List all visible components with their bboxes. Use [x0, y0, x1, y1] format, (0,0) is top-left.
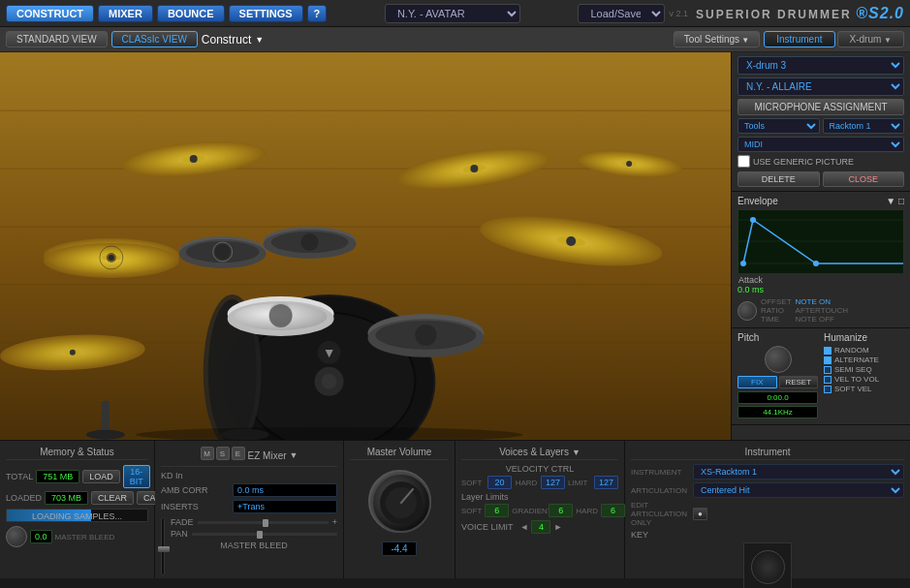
pitch-knob[interactable]: [765, 346, 792, 373]
tools-row: Tools Racktom 1: [737, 118, 904, 134]
alternate-checkbox[interactable]: [824, 356, 832, 364]
gradient-value[interactable]: 6: [549, 504, 573, 517]
load-button[interactable]: LOAD: [82, 470, 120, 483]
veltovol-checkbox[interactable]: [824, 376, 832, 384]
ez-right-controls: FADE + PAN MASTER BLEED: [171, 517, 337, 575]
articulation-select[interactable]: Centered Hit: [693, 482, 904, 498]
random-checkbox[interactable]: [824, 347, 832, 355]
layer-soft-value[interactable]: 6: [485, 504, 509, 517]
construct-button[interactable]: CONSTRUCT: [6, 5, 94, 22]
envelope-collapse[interactable]: ▼ □: [886, 196, 904, 206]
voices-dropdown[interactable]: ▼: [572, 448, 581, 457]
loaded-value: 703 MB: [45, 491, 88, 505]
envelope-note-modes: NOTE ON AFTERTOUCH NOTE OFF: [796, 297, 848, 324]
clear-button[interactable]: CLEAR: [91, 491, 134, 505]
voices-layers-section: Voices & Layers ▼ VELOCITY CTRL SOFT 20 …: [455, 441, 625, 578]
svg-rect-56: [102, 401, 110, 435]
semiseq-option[interactable]: SEMI SEQ: [824, 365, 904, 374]
view-bar: STANDARD VIEW CLASsIc VIEW Construct ▼ T…: [0, 27, 910, 52]
alternate-option[interactable]: ALTERNATE: [824, 356, 904, 364]
softvol-option[interactable]: SOFT VEL: [824, 385, 904, 393]
ez-icon-m[interactable]: M: [201, 447, 214, 460]
random-label: RANDOM: [834, 346, 869, 355]
svg-point-55: [415, 325, 436, 346]
loadsave-select[interactable]: Load/Save: [578, 4, 665, 23]
hard-label: HARD: [515, 479, 538, 487]
pan-slider[interactable]: [192, 533, 337, 536]
fade-slider[interactable]: [198, 521, 329, 524]
ez-icon-s[interactable]: S: [216, 447, 230, 460]
app-logo: SUPERIOR DRUMMER ®S2.0: [696, 5, 904, 22]
bounce-button[interactable]: BOUNCE: [157, 5, 225, 22]
delete-button[interactable]: DELETE: [737, 171, 820, 187]
voice-limit-row: VOICE LIMIT ◄ 4 ►: [461, 520, 618, 534]
layer-soft-label: SOFT: [461, 507, 482, 515]
voice-limit-value[interactable]: 4: [531, 520, 550, 534]
svg-point-24: [626, 161, 632, 167]
fix-button[interactable]: FIX: [737, 376, 777, 388]
ez-fader-thumb[interactable]: [158, 546, 170, 552]
generic-picture-checkbox[interactable]: [737, 155, 750, 168]
master-bleed-knob[interactable]: [6, 526, 27, 547]
mic-assignment-button[interactable]: MICROPHONE ASSIGNMENT: [737, 99, 904, 115]
hard-value[interactable]: 127: [541, 476, 565, 489]
ez-icon-e[interactable]: E: [232, 447, 245, 460]
layer-hard-label: HARD: [576, 507, 598, 515]
loaded-row: LOADED 703 MB CLEAR CACHED: [6, 491, 148, 505]
instrument-select[interactable]: XS-Racktom 1: [693, 464, 904, 480]
tools-select[interactable]: Tools: [737, 118, 820, 134]
midi-select[interactable]: MIDI: [737, 137, 904, 152]
memory-section: Memory & Status TOTAL 751 MB LOAD 16-BIT…: [0, 441, 155, 578]
envelope-knob[interactable]: [737, 301, 757, 321]
preset-allaire-select[interactable]: N.Y. - ALLAIRE: [737, 77, 904, 96]
master-volume-knob[interactable]: [368, 470, 431, 533]
svg-point-57: [86, 430, 125, 440]
ez-icons: M S E: [201, 447, 245, 460]
key-row: KEY: [631, 530, 904, 540]
instrument-tab[interactable]: Instrument: [764, 31, 834, 47]
xdrum-select[interactable]: X-drum 3: [737, 56, 904, 75]
help-button[interactable]: ?: [307, 5, 328, 22]
random-option[interactable]: RANDOM: [824, 346, 904, 355]
soft-value[interactable]: 20: [487, 476, 512, 489]
edit-articulation-button[interactable]: ●: [693, 508, 707, 520]
pan-slider-handle[interactable]: [257, 531, 263, 539]
standard-view-button[interactable]: STANDARD VIEW: [6, 31, 108, 47]
reset-button[interactable]: RESET: [779, 376, 819, 388]
racktom-select[interactable]: Racktom 1: [823, 118, 905, 134]
edit-articulation-row: EDIT ARTICULATION ONLY ●: [631, 501, 904, 527]
mixer-button[interactable]: MIXER: [98, 5, 153, 22]
limit-value[interactable]: 127: [594, 476, 618, 489]
construct-label: Construct ▼: [202, 33, 670, 46]
layer-hard-value[interactable]: 6: [601, 504, 625, 517]
bitrate-button[interactable]: 16-BIT: [123, 465, 150, 488]
master-knob-svg: [370, 472, 433, 535]
close-button[interactable]: CLOSE: [823, 171, 905, 187]
settings-button[interactable]: SETTINGS: [229, 5, 303, 22]
instrument-thumbnail: [743, 542, 792, 588]
pan-label: PAN: [171, 529, 188, 539]
ez-fader-track[interactable]: [161, 517, 165, 575]
softvol-checkbox[interactable]: [824, 386, 832, 393]
master-volume-value: -4.4: [382, 542, 416, 556]
svg-point-27: [70, 350, 76, 356]
classic-view-button[interactable]: CLASsIc VIEW: [111, 31, 198, 47]
instrument-title: Instrument: [631, 447, 904, 460]
fade-slider-handle[interactable]: [263, 519, 268, 527]
action-buttons-row: DELETE CLOSE: [737, 171, 904, 187]
drum-kit-area[interactable]: ▼: [0, 52, 731, 440]
total-row: TOTAL 751 MB LOAD 16-BIT: [6, 465, 148, 488]
tool-settings-button[interactable]: Tool Settings: [674, 31, 760, 47]
total-label: TOTAL: [6, 472, 33, 481]
pitch-display: 0:00.0: [737, 391, 818, 404]
bottom-area: Memory & Status TOTAL 751 MB LOAD 16-BIT…: [0, 440, 910, 578]
svg-point-46: [215, 244, 231, 260]
semiseq-checkbox[interactable]: [824, 366, 832, 374]
xdrum-tab[interactable]: X-drum ▼: [837, 31, 905, 47]
layer-limits-label: Layer Limits: [461, 492, 618, 502]
master-volume-section: Master Volume -4.4: [344, 441, 455, 578]
voice-limit-label: VOICE LIMIT: [461, 522, 514, 532]
veltovol-option[interactable]: VEL TO VOL: [824, 375, 904, 384]
preset-select[interactable]: N.Y. - AVATAR: [385, 4, 520, 23]
ez-mixer-dropdown[interactable]: ▼: [290, 450, 298, 460]
